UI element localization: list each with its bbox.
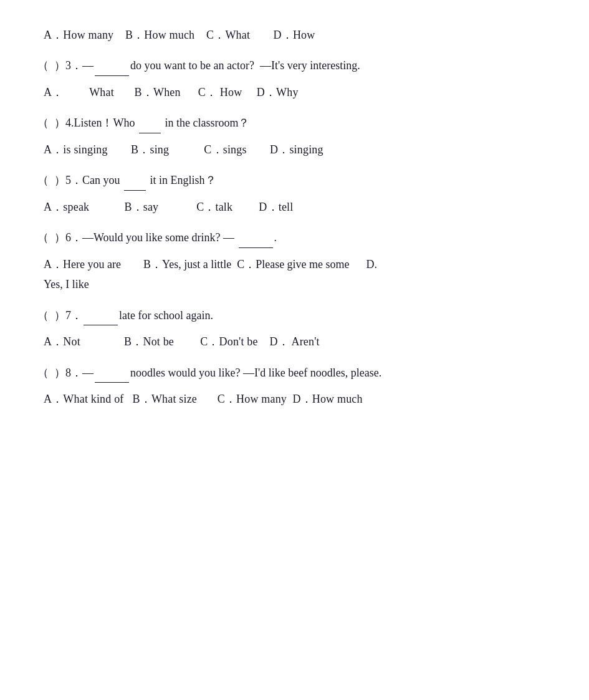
question-5-options: A．speak B．say C．talk D．tell bbox=[37, 197, 552, 217]
blank-q8 bbox=[95, 363, 129, 383]
blank-q5 bbox=[124, 171, 146, 191]
question-7-text: （ ）7． late for school again. bbox=[37, 306, 552, 326]
question-8-text: （ ）8．— noodles would you like? —I'd like… bbox=[37, 363, 552, 383]
question-4-text: （ ）4.Listen！Who in the classroom？ bbox=[37, 113, 552, 133]
question-5-text: （ ）5．Can you it in English？ bbox=[37, 171, 552, 191]
blank-q4 bbox=[139, 113, 161, 133]
question-3-text: （ ）3．— do you want to be an actor? —It's… bbox=[37, 56, 552, 76]
question-7-block: （ ）7． late for school again. A．Not B．Not… bbox=[37, 306, 552, 352]
question-5-block: （ ）5．Can you it in English？ A．speak B．sa… bbox=[37, 171, 552, 217]
question-4-options: A．is singing B．sing C．sings D．singing bbox=[37, 140, 552, 160]
blank-q6 bbox=[239, 228, 273, 248]
question-6-options-2: Yes, I like bbox=[37, 274, 552, 294]
question-6-block: （ ）6．—Would you like some drink? — . A．H… bbox=[37, 228, 552, 294]
question-8-options: A．What kind of B．What size C．How many D．… bbox=[37, 389, 552, 409]
question-6-text: （ ）6．—Would you like some drink? — . bbox=[37, 228, 552, 248]
top-options-block: A．How many B．How much C．What D．How bbox=[37, 25, 552, 45]
question-6-options: A．Here you are B．Yes, just a little C．Pl… bbox=[37, 254, 552, 274]
question-3-options: A． What B．When C． How D．Why bbox=[37, 82, 552, 102]
question-4-block: （ ）4.Listen！Who in the classroom？ A．is s… bbox=[37, 113, 552, 160]
question-7-options: A．Not B．Not be C．Don't be D． Aren't bbox=[37, 332, 552, 352]
exam-content: A．How many B．How much C．What D．How （ ）3．… bbox=[37, 25, 552, 410]
blank-q7 bbox=[84, 306, 118, 326]
question-8-block: （ ）8．— noodles would you like? —I'd like… bbox=[37, 363, 552, 410]
blank-q3 bbox=[95, 56, 129, 76]
top-options-line: A．How many B．How much C．What D．How bbox=[37, 25, 552, 45]
question-3-block: （ ）3．— do you want to be an actor? —It's… bbox=[37, 56, 552, 102]
